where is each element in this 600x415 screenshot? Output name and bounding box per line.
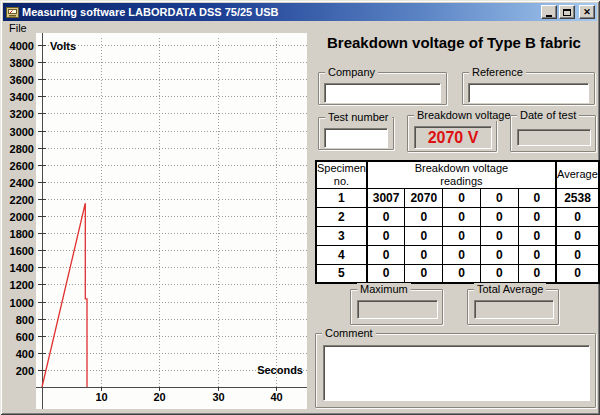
comment-input[interactable] (323, 345, 590, 401)
minimize-button[interactable] (541, 5, 557, 19)
svg-text:3200: 3200 (10, 108, 34, 120)
svg-text:3000: 3000 (10, 126, 34, 138)
title-bar[interactable]: Measuring software LABORDATA DSS 75/25 U… (3, 3, 597, 21)
breakdown-voltage-group: Breakdown voltage 2070 V (407, 115, 497, 152)
average-cell: 0 (556, 207, 599, 226)
specimen-no-cell: 4 (316, 245, 367, 264)
comment-label: Comment (322, 327, 376, 339)
svg-text:1200: 1200 (10, 279, 34, 291)
reading-cell: 0 (443, 245, 481, 264)
reading-cell: 0 (367, 207, 405, 226)
reading-cell: 2070 (405, 188, 443, 207)
svg-text:200: 200 (16, 365, 34, 377)
average-cell: 0 (556, 245, 599, 264)
company-group: Company (318, 72, 447, 105)
reading-cell: 0 (518, 245, 556, 264)
test-number-group: Test number (318, 117, 394, 150)
svg-text:800: 800 (16, 314, 34, 326)
table-row: 4000000 (316, 245, 599, 264)
reading-cell: 0 (518, 264, 556, 283)
svg-text:2400: 2400 (10, 177, 34, 189)
y-axis-title: Volts (50, 40, 76, 52)
reading-cell: 0 (443, 264, 481, 283)
specimen-no-cell: 2 (316, 207, 367, 226)
total-average-group: Total Average (467, 289, 559, 325)
svg-text:10: 10 (95, 391, 107, 403)
average-cell: 0 (556, 226, 599, 245)
date-of-test-label: Date of test (517, 109, 579, 121)
svg-text:1800: 1800 (10, 228, 34, 240)
table-header-readings: Breakdown voltage readings (367, 161, 556, 188)
reading-cell: 3007 (367, 188, 405, 207)
reading-cell: 0 (518, 226, 556, 245)
reading-cell: 0 (443, 188, 481, 207)
plot-background (36, 33, 307, 409)
maximize-icon (563, 9, 571, 16)
reading-cell: 0 (480, 264, 518, 283)
specimen-no-cell: 1 (316, 188, 367, 207)
reference-input[interactable] (468, 83, 589, 103)
table-row: 1300720700002538 (316, 188, 599, 207)
close-icon: ✕ (583, 8, 591, 17)
window-title: Measuring software LABORDATA DSS 75/25 U… (22, 6, 279, 18)
reading-cell: 0 (367, 226, 405, 245)
comment-group: Comment (315, 333, 596, 408)
svg-text:600: 600 (16, 331, 34, 343)
maximum-value (357, 300, 438, 319)
reading-cell: 0 (405, 226, 443, 245)
reading-cell: 0 (443, 226, 481, 245)
maximum-label: Maximum (357, 283, 411, 295)
voltage-chart-svg: 2004006008001000120014001600180020002200… (4, 33, 311, 410)
breakdown-voltage-value: 2070 V (414, 126, 492, 149)
svg-text:2600: 2600 (10, 160, 34, 172)
table-row: 5000000 (316, 264, 599, 283)
table-header-average: Average (556, 161, 599, 188)
svg-text:3800: 3800 (10, 57, 34, 69)
svg-text:40: 40 (270, 391, 282, 403)
table-header-specimen: Specimen no. (316, 161, 367, 188)
reference-label: Reference (469, 66, 526, 78)
reference-group: Reference (462, 72, 595, 105)
app-icon (6, 6, 19, 19)
close-button[interactable]: ✕ (579, 5, 595, 19)
reading-cell: 0 (518, 207, 556, 226)
total-average-label: Total Average (474, 283, 546, 295)
specimen-no-cell: 3 (316, 226, 367, 245)
date-of-test-value (517, 129, 591, 146)
svg-text:2200: 2200 (10, 194, 34, 206)
reading-cell: 0 (480, 226, 518, 245)
svg-text:2000: 2000 (10, 211, 34, 223)
maximize-button[interactable] (559, 5, 575, 19)
menu-file[interactable]: File (3, 22, 33, 34)
voltage-chart: 2004006008001000120014001600180020002200… (4, 33, 311, 410)
table-row: 3000000 (316, 226, 599, 245)
page-title: Breakdown voltage of Type B fabric (312, 34, 596, 51)
svg-text:3400: 3400 (10, 91, 34, 103)
reading-cell: 0 (518, 188, 556, 207)
app-window: Measuring software LABORDATA DSS 75/25 U… (0, 0, 600, 415)
company-input[interactable] (324, 83, 441, 103)
reading-cell: 0 (367, 264, 405, 283)
reading-cell: 0 (367, 245, 405, 264)
svg-text:4000: 4000 (10, 40, 34, 52)
test-number-input[interactable] (324, 128, 388, 148)
maximum-group: Maximum (350, 289, 443, 325)
reading-cell: 0 (405, 245, 443, 264)
reading-cell: 0 (443, 207, 481, 226)
reading-cell: 0 (405, 207, 443, 226)
svg-text:2800: 2800 (10, 143, 34, 155)
specimen-table-grid: Specimen no.Breakdown voltage readingsAv… (315, 160, 600, 284)
average-cell: 2538 (556, 188, 599, 207)
breakdown-voltage-label: Breakdown voltage (414, 109, 514, 121)
svg-text:1000: 1000 (10, 297, 34, 309)
specimen-table: Specimen no.Breakdown voltage readingsAv… (315, 160, 600, 284)
svg-text:1600: 1600 (10, 245, 34, 257)
specimen-no-cell: 5 (316, 264, 367, 283)
table-row: 2000000 (316, 207, 599, 226)
reading-cell: 0 (480, 245, 518, 264)
company-label: Company (325, 66, 378, 78)
reading-cell: 0 (480, 188, 518, 207)
svg-text:1400: 1400 (10, 262, 34, 274)
average-cell: 0 (556, 264, 599, 283)
total-average-value (474, 300, 554, 319)
